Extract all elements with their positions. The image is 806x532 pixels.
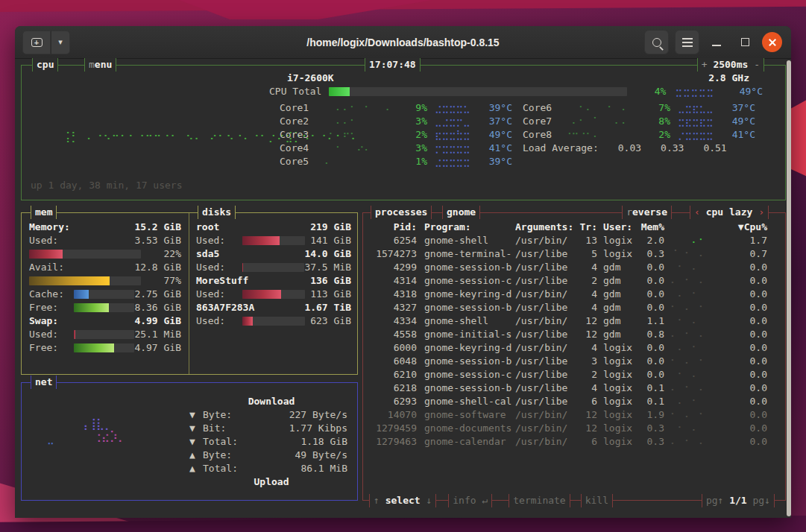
col-pid[interactable]: Pid: — [369, 221, 417, 234]
new-tab-button[interactable] — [22, 31, 51, 54]
process-row[interactable]: 6000 gnome-keyring-d /usr/bin/ 4 logix 0… — [363, 341, 785, 355]
interval-increase-button[interactable]: + — [702, 59, 708, 70]
process-arguments: /usr/libe — [515, 247, 579, 261]
core-row: Core8 ⠐⠒⠐⠂⠄⠀⠀⠀⠀⠀ 2% ⡐⣒⣒⣒⣒ 41°C — [523, 128, 755, 142]
process-user: logix — [597, 408, 636, 422]
col-cpu[interactable]: ▼Cpu% — [712, 221, 779, 234]
process-pid: 6218 — [369, 381, 417, 395]
kill-button[interactable]: kill — [581, 494, 613, 507]
col-arguments[interactable]: Arguments: — [515, 221, 579, 234]
process-cpu-graph: ⠀⠄⠀⠂⠀ — [664, 395, 712, 408]
col-threads[interactable]: Tr: — [579, 221, 597, 234]
sort-next-icon[interactable]: › — [758, 206, 764, 218]
process-row[interactable]: 4318 gnome-keyring-d /usr/bin/ 4 gdm 0.0… — [363, 288, 785, 301]
net-panel: net ⢠⢸⣇⡀ ⢐⣔⡱⡀ ⠒ Download ▼ Byte: 227 Byt… — [21, 382, 358, 501]
desktop-wallpaper: ▾ /home/logix/Downloads/bashtop-0.8.15 c… — [0, 0, 806, 532]
maximize-button[interactable] — [734, 31, 756, 54]
process-user: logix — [597, 355, 636, 368]
process-user: logix — [597, 234, 636, 247]
cpu-total-temp-graph: ⣒⣒⣒⣒⣒ — [666, 85, 722, 98]
memory-total-value: 15.2 GiB — [134, 221, 181, 234]
direction-arrow-icon: ▲ — [189, 449, 203, 462]
process-row[interactable]: 1279463 gnome-calendar /usr/bin/ 6 logix… — [363, 435, 785, 449]
process-cpu-graph: ⠄⠀⠂⠀⠄ — [664, 274, 712, 288]
process-cpu: 0.0 — [712, 274, 779, 288]
process-cpu: 0.0 — [712, 355, 779, 368]
process-row[interactable]: 4327 gnome-session-b /usr/libe 4 gdm 0.0… — [363, 301, 785, 314]
memory-free-bar — [74, 303, 134, 312]
process-cpu-graph: ⠀⠂⠀⠄⠀ — [664, 422, 712, 435]
minimize-button[interactable] — [705, 31, 728, 54]
process-pid: 6048 — [369, 355, 417, 368]
menu-button[interactable] — [675, 30, 699, 54]
core-name: Core4 — [280, 142, 321, 155]
core-name: Core3 — [280, 128, 321, 142]
col-mem[interactable]: Mem% — [636, 221, 664, 234]
process-row[interactable]: 1279459 gnome-documents /usr/bin/ 12 log… — [363, 422, 785, 435]
select-control[interactable]: ↑ select ↓ — [369, 494, 436, 507]
info-button[interactable]: info ↵ — [448, 494, 492, 507]
process-row[interactable]: 4558 gnome-initial-s /usr/libe 12 gdm 0.… — [363, 328, 785, 341]
memory-avail-label: Avail: — [29, 261, 64, 274]
cpu-total-row: CPU Total 4% ⣒⣒⣒⣒⣒ 49°C — [269, 85, 763, 98]
load-average-label: Load Average: — [523, 142, 599, 153]
close-button[interactable] — [762, 32, 782, 52]
menu-toggle[interactable]: menu — [84, 58, 116, 72]
net-stat-label: Byte: — [203, 408, 255, 422]
process-row[interactable]: 6210 gnome-session-c /usr/libe 2 logix 0… — [363, 368, 785, 381]
process-table-header: Pid: Program: Arguments: Tr: User: Mem% … — [363, 221, 785, 234]
disk-item: MoreStuff136 GiB Used:113 GiB — [196, 274, 351, 301]
sort-column-selector[interactable]: ‹ cpu lazy › — [690, 206, 769, 219]
process-threads: 12 — [579, 422, 597, 435]
process-cpu: 0.0 — [712, 435, 779, 449]
process-threads: 4 — [579, 341, 597, 355]
terminal-scrollbar[interactable] — [787, 60, 791, 516]
refresh-interval-control[interactable]: + 2500ms - — [697, 58, 764, 72]
process-row[interactable]: 6218 gnome-session-b /usr/libe 4 logix 0… — [363, 381, 785, 395]
process-row[interactable]: 1574273 gnome-terminal- /usr/libe 5 logi… — [363, 247, 785, 261]
sort-prev-icon[interactable]: ‹ — [694, 206, 700, 218]
process-row[interactable]: 6254 gnome-shell /usr/bin/ 13 logix 2.0 … — [363, 234, 785, 247]
process-row[interactable]: 6293 gnome-shell-cal /usr/libe 6 logix 0… — [363, 395, 785, 408]
process-row[interactable]: 4334 gnome-shell /usr/bin/ 12 gdm 1.1 ⠀⠂… — [363, 314, 785, 328]
cpu-model: i7-2600K — [287, 72, 334, 85]
memory-avail-bar — [29, 276, 141, 285]
process-arguments: /usr/libe — [515, 381, 579, 395]
process-user: gdm — [597, 328, 636, 341]
page-up-button[interactable]: pg↑ — [706, 495, 723, 506]
process-row[interactable]: 4314 gnome-session-c /usr/libe 2 gdm 0.0… — [363, 274, 785, 288]
load-average: Load Average:0.030.330.51 — [523, 142, 746, 155]
search-button[interactable] — [644, 30, 669, 54]
process-cpu: 0.0 — [712, 408, 779, 422]
process-cpu-graph: ⠀⠀⠀⠄⠂ — [664, 234, 712, 247]
col-program[interactable]: Program: — [417, 221, 515, 234]
core-row: Core1 ⠀⠀⠄⠄⠂⠀⠂⠀⠀⠄ 9% ⣐⣒⣒⣒⣂ 39°C — [280, 101, 512, 115]
net-stat-row: ▼ Total: 1.18 GiB — [189, 435, 347, 449]
process-program: gnome-keyring-d — [417, 341, 515, 355]
process-row[interactable]: 14070 gnome-software /usr/bin/ 12 logix … — [363, 408, 785, 422]
reverse-sort-toggle[interactable]: reverse — [622, 206, 672, 219]
page-down-button[interactable]: pg↓ — [753, 495, 770, 506]
process-filter[interactable]: gnome — [442, 206, 480, 219]
core-percent: 2% — [642, 128, 670, 142]
core-temp-graph: ⣒⣖⣒⣖⣒ — [670, 115, 720, 128]
net-stat-value: 86.1 MiB — [300, 462, 347, 475]
core-temp-graph: ⣖⣒⣒⣓⣒ — [427, 128, 476, 142]
disk-used-bar — [242, 236, 305, 245]
load-5m: 0.33 — [661, 142, 684, 153]
process-row[interactable]: 6048 gnome-session-b /usr/libe 3 logix 0… — [363, 355, 785, 368]
interval-decrease-button[interactable]: - — [754, 59, 760, 70]
net-stats: Download ▼ Byte: 227 Byte/s ▼ — [189, 395, 347, 489]
net-stat-label: Bit: — [203, 422, 255, 435]
process-cpu-graph: ⠀⠂⠀⠄⠀ — [664, 261, 712, 274]
col-user[interactable]: User: — [597, 221, 636, 234]
swap-used-bar — [74, 330, 134, 339]
core-list-left: Core1 ⠀⠀⠄⠄⠂⠀⠂⠀⠀⠄ 9% ⣐⣒⣒⣒⣂ 39°C Core2 ⠀⠀⠄… — [280, 101, 512, 168]
core-percent: 1% — [399, 155, 427, 168]
terminate-button[interactable]: terminate — [509, 494, 570, 507]
process-row[interactable]: 4299 gnome-session-b /usr/libe 4 gdm 0.0… — [363, 261, 785, 274]
core-temp: 41°C — [720, 128, 755, 142]
tab-dropdown-button[interactable]: ▾ — [51, 31, 70, 54]
process-threads: 12 — [579, 328, 597, 341]
process-arguments: /usr/libe — [515, 328, 579, 341]
